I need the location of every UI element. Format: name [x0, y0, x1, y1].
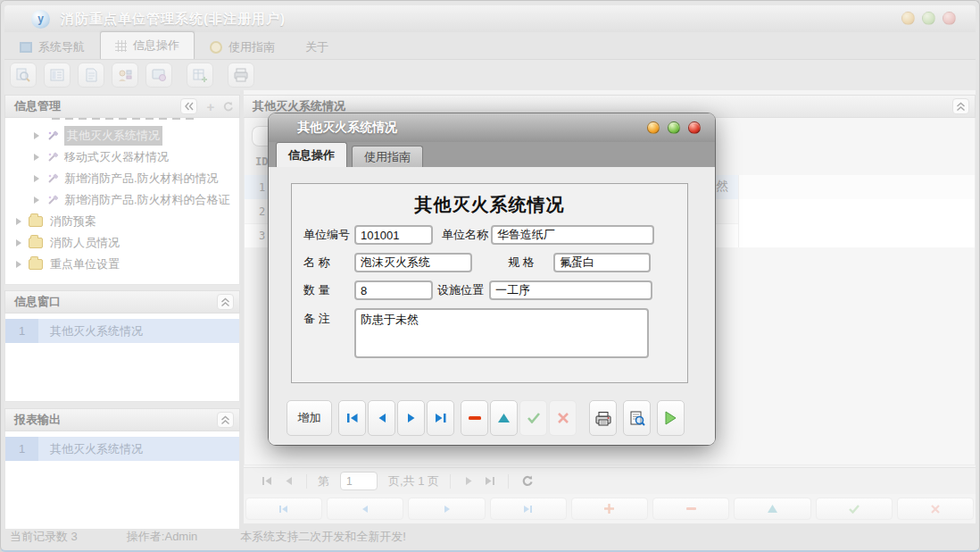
tab-label: 系统导航	[38, 39, 85, 55]
tree-item-label: 消防人员情况	[50, 235, 120, 251]
tree-item-fire-plan[interactable]: 消防预案	[5, 211, 239, 232]
document-button[interactable]	[78, 63, 104, 88]
unit-code-field[interactable]	[354, 225, 433, 245]
expand-arrow-icon[interactable]	[16, 239, 21, 247]
tab-about[interactable]: 关于	[290, 34, 344, 59]
prev-record-icon	[378, 413, 386, 423]
refresh-tree-icon[interactable]	[222, 101, 234, 113]
unit-code-label: 单位编号	[303, 227, 354, 243]
remark-field[interactable]: 防患于未然	[354, 308, 649, 358]
user-chart-button[interactable]	[112, 63, 138, 88]
tool-icon	[46, 130, 59, 142]
dialog-titlebar[interactable]: 其他灭火系统情况	[269, 113, 715, 142]
grid-edit-button[interactable]	[734, 498, 810, 520]
folder-icon	[29, 259, 43, 270]
grid-add-button[interactable]	[571, 498, 648, 520]
location-field[interactable]	[489, 280, 652, 300]
dialog-minimize-button[interactable]	[647, 121, 660, 134]
minimize-button[interactable]	[901, 12, 915, 25]
expand-arrow-icon[interactable]	[34, 197, 39, 204]
clipped-tree-item	[52, 118, 239, 123]
tree-item-new-products-cert[interactable]: 新增消防产品.防火材料的合格证	[5, 189, 239, 211]
grid-cancel-button[interactable]	[897, 498, 974, 520]
triangle-up-icon	[498, 414, 510, 422]
print-button[interactable]	[589, 400, 617, 436]
search-doc-button[interactable]	[10, 63, 37, 88]
x-icon	[558, 413, 569, 423]
record-next-button[interactable]	[397, 400, 425, 436]
list-item[interactable]: 1 其他灭火系统情况	[5, 437, 239, 461]
grid-first-button[interactable]	[245, 498, 322, 520]
add-panel-icon[interactable]: +	[203, 99, 219, 114]
page-prev-button[interactable]	[278, 472, 299, 491]
tree-item-fire-personnel[interactable]: 消防人员情况	[5, 232, 239, 254]
tree-item-other-systems[interactable]: 其他灭火系统情况	[5, 125, 239, 146]
tree-item-label: 新增消防产品.防火材料的合格证	[64, 192, 230, 208]
spec-field[interactable]	[553, 253, 651, 272]
name-field[interactable]	[354, 253, 472, 272]
tree-item-new-products[interactable]: 新增消防产品.防火材料的情况	[5, 168, 239, 189]
monitor-button[interactable]	[145, 63, 172, 88]
dialog-close-button[interactable]	[688, 121, 701, 134]
double-chevron-left-icon	[184, 102, 195, 111]
pagination-bar: 第 页,共 1 页	[244, 467, 976, 494]
add-record-button[interactable]: 增加	[287, 400, 332, 436]
collapse-info-window-button[interactable]	[217, 294, 234, 310]
pager-prefix-label: 第	[318, 473, 329, 489]
record-prev-button[interactable]	[368, 400, 395, 436]
grid-icon	[115, 40, 127, 52]
dialog-body: 其他灭火系统情况 单位编号 单位名称 名 称 规 格 数 量	[269, 167, 715, 445]
edit-record-button[interactable]	[490, 400, 518, 436]
page-number-input[interactable]	[340, 472, 378, 490]
double-chevron-up-icon	[956, 102, 966, 112]
collapse-sidebar-button[interactable]	[180, 98, 197, 114]
output-button[interactable]	[228, 63, 254, 88]
expand-arrow-icon[interactable]	[34, 132, 39, 139]
close-button[interactable]	[943, 12, 956, 25]
tree-item-key-unit-settings[interactable]: 重点单位设置	[5, 254, 239, 275]
page-next-button[interactable]	[458, 472, 479, 491]
refresh-button[interactable]	[516, 472, 537, 491]
expand-arrow-icon[interactable]	[16, 261, 21, 268]
dialog-tab-user-guide[interactable]: 使用指南	[352, 146, 423, 167]
grid-next-button[interactable]	[408, 498, 485, 520]
tab-user-guide[interactable]: 使用指南	[195, 34, 290, 59]
record-last-button[interactable]	[427, 400, 454, 436]
page-last-button[interactable]	[479, 472, 501, 491]
run-report-button[interactable]	[657, 400, 685, 436]
tab-info-operation[interactable]: 信息操作	[100, 31, 195, 59]
quantity-field[interactable]	[354, 280, 433, 300]
sidebar: 信息管理 + 其他灭火系统情况 移动式灭火器材情况	[4, 90, 240, 523]
collapse-report-output-button[interactable]	[217, 412, 234, 428]
preview-button[interactable]	[623, 400, 651, 436]
record-first-button[interactable]	[338, 400, 366, 436]
save-record-button[interactable]	[519, 400, 547, 436]
tree-item-label: 消防预案	[50, 213, 96, 230]
info-mgmt-tree: 其他灭火系统情况 移动式灭火器材情况 新增消防产品.防火材料的情况 新增消防产品…	[4, 118, 240, 285]
tab-label: 关于	[305, 39, 328, 55]
form-list-button[interactable]	[44, 63, 71, 88]
expand-arrow-icon[interactable]	[34, 154, 39, 161]
expand-arrow-icon[interactable]	[16, 218, 21, 225]
grid-prev-button[interactable]	[327, 498, 403, 520]
grid-last-button[interactable]	[490, 498, 567, 520]
tree-item-mobile-equipment[interactable]: 移动式灭火器材情况	[5, 146, 239, 168]
tab-system-nav[interactable]: 系统导航	[4, 34, 100, 59]
cancel-record-button[interactable]	[549, 400, 577, 436]
grid-delete-button[interactable]	[652, 498, 729, 520]
list-item[interactable]: 1 其他灭火系统情况	[5, 319, 239, 343]
nav-square-icon	[20, 42, 32, 53]
expand-arrow-icon[interactable]	[34, 175, 39, 182]
collapse-main-panel-button[interactable]	[952, 98, 969, 114]
grid-save-button[interactable]	[816, 498, 893, 520]
page-first-button[interactable]	[256, 472, 278, 491]
dialog-maximize-button[interactable]	[668, 121, 680, 134]
delete-record-button[interactable]	[461, 400, 488, 436]
table-add-button[interactable]	[187, 63, 213, 88]
unit-name-field[interactable]	[491, 225, 654, 245]
check-icon	[527, 413, 540, 423]
dialog-tab-info-operation[interactable]: 信息操作	[276, 142, 347, 167]
status-bar: 当前记录数 3 操作者:Admin 本系统支持二次开发和全新开发!	[6, 525, 974, 548]
folder-icon	[29, 238, 43, 248]
maximize-button[interactable]	[922, 12, 935, 25]
